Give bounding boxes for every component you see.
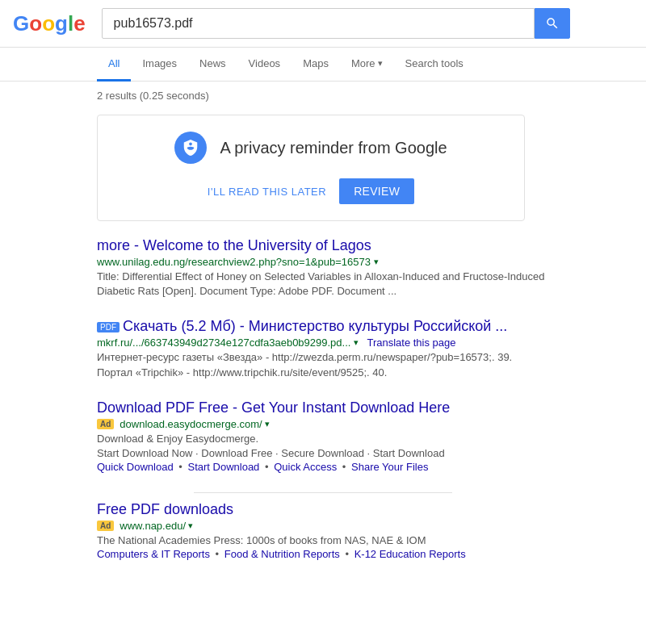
tab-all[interactable]: All: [97, 48, 131, 82]
privacy-card-top: A privacy reminder from Google: [174, 132, 447, 164]
tab-search-tools[interactable]: Search tools: [394, 48, 475, 82]
ad-url-row: Ad download.easydocmerge.com/ ▾: [97, 418, 549, 430]
logo-o1: o: [29, 11, 42, 36]
privacy-card: A privacy reminder from Google I'LL READ…: [97, 115, 525, 221]
tab-images[interactable]: Images: [131, 48, 188, 82]
search-button[interactable]: [535, 8, 570, 39]
dropdown-arrow-icon[interactable]: ▾: [188, 521, 193, 531]
result-url: www.unilag.edu.ng/researchview2.php?sno=…: [97, 256, 371, 268]
result-snippet-line2: Start Download Now · Download Free · Sec…: [97, 446, 549, 461]
dropdown-arrow-icon[interactable]: ▾: [374, 257, 379, 267]
result-snippet-line1: The National Academies Press: 1000s of b…: [97, 533, 549, 548]
results-info: 2 results (0.25 seconds): [0, 82, 646, 107]
result-link[interactable]: Food & Nutrition Reports: [224, 548, 340, 560]
nav-tabs: All Images News Videos Maps More ▾ Searc…: [0, 48, 646, 82]
result-item: PDFСкачать (5.2 Мб) - Министерство культ…: [97, 318, 549, 379]
search-icon: [545, 16, 560, 31]
result-snippet: Интернет-ресурс газеты «Звезда» - http:/…: [97, 350, 549, 379]
pdf-badge: PDF: [97, 322, 120, 332]
logo-e: e: [73, 11, 85, 36]
dropdown-arrow-icon[interactable]: ▾: [265, 419, 270, 429]
ad-badge: Ad: [97, 419, 114, 429]
logo-g: G: [13, 11, 29, 36]
privacy-icon: [174, 132, 207, 164]
result-item: more - Welcome to the University of Lago…: [97, 237, 549, 299]
search-bar: [102, 8, 570, 39]
result-url-row: mkrf.ru/.../663743949d2734e127cdfa3aeb0b…: [97, 337, 549, 349]
google-logo[interactable]: Google: [13, 11, 86, 36]
ad-badge: Ad: [97, 521, 114, 531]
result-url: www.nap.edu/: [120, 520, 186, 532]
result-url-row: www.unilag.edu.ng/researchview2.php?sno=…: [97, 256, 549, 268]
review-button[interactable]: REVIEW: [339, 178, 414, 204]
privacy-card-title: A privacy reminder from Google: [220, 139, 447, 157]
ad-url-row: Ad www.nap.edu/ ▾: [97, 520, 549, 532]
result-links: Computers & IT Reports • Food & Nutritio…: [97, 548, 549, 560]
result-title[interactable]: Free PDF downloads: [97, 501, 233, 517]
result-snippet-line1: Download & Enjoy Easydocmerge.: [97, 432, 549, 446]
result-link[interactable]: Share Your Files: [351, 461, 428, 473]
result-link[interactable]: Quick Access: [274, 461, 337, 473]
tab-videos[interactable]: Videos: [237, 48, 292, 82]
result-title[interactable]: Download PDF Free - Get Your Instant Dow…: [97, 399, 450, 416]
logo-g2: g: [55, 11, 68, 36]
privacy-card-actions: I'LL READ THIS LATER REVIEW: [208, 178, 414, 204]
search-input[interactable]: [102, 8, 535, 39]
result-title-text: Скачать (5.2 Мб) - Министерство культуры…: [123, 318, 507, 334]
result-url: download.easydocmerge.com/: [120, 418, 262, 430]
tab-maps[interactable]: Maps: [292, 48, 340, 82]
dropdown-arrow-icon[interactable]: ▾: [354, 337, 359, 348]
search-input-wrap: [102, 8, 535, 39]
header: Google: [0, 0, 646, 48]
chevron-down-icon: ▾: [378, 58, 383, 69]
result-links: Quick Download • Start Download • Quick …: [97, 461, 549, 473]
result-title[interactable]: more - Welcome to the University of Lago…: [97, 237, 371, 253]
tab-news[interactable]: News: [188, 48, 237, 82]
logo-o2: o: [42, 11, 55, 36]
divider: [194, 492, 452, 493]
result-link[interactable]: Start Download: [187, 461, 259, 473]
result-link[interactable]: Computers & IT Reports: [97, 548, 210, 560]
result-snippet: Title: Differential Effect of Honey on S…: [97, 270, 549, 299]
result-link[interactable]: K-12 Education Reports: [354, 548, 466, 560]
read-later-button[interactable]: I'LL READ THIS LATER: [208, 186, 326, 198]
result-item: Download PDF Free - Get Your Instant Dow…: [97, 399, 549, 473]
result-title[interactable]: PDFСкачать (5.2 Мб) - Министерство культ…: [97, 318, 507, 334]
search-results: more - Welcome to the University of Lago…: [0, 237, 646, 560]
tab-more[interactable]: More ▾: [340, 48, 394, 82]
result-url: mkrf.ru/.../663743949d2734e127cdfa3aeb0b…: [97, 337, 350, 349]
result-item: Free PDF downloads Ad www.nap.edu/ ▾ The…: [97, 501, 549, 560]
shield-icon: [182, 139, 199, 157]
result-link[interactable]: Quick Download: [97, 461, 174, 473]
translate-link[interactable]: Translate this page: [367, 337, 455, 349]
